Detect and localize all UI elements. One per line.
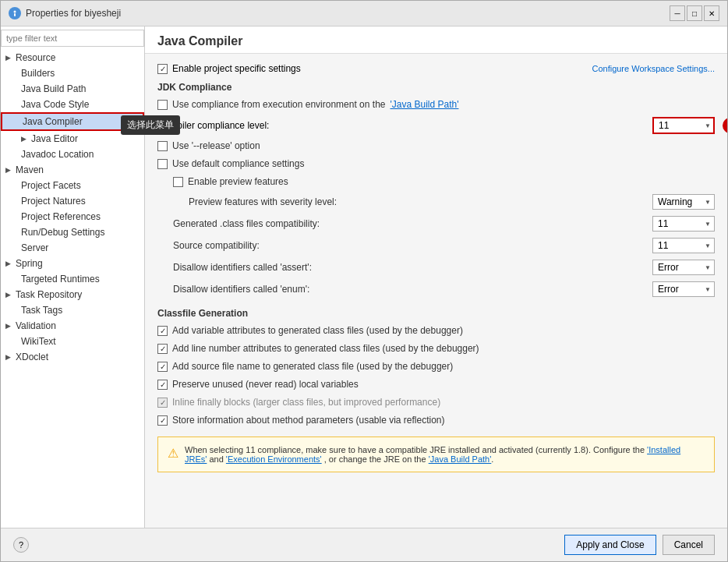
main-body: Enable project specific settings Configu…: [145, 54, 727, 528]
generated-class-select[interactable]: 1.31.41.51.6 1.71.8910 11: [652, 216, 715, 232]
disallow-assert-label: Disallow identifiers called 'assert':: [173, 262, 652, 273]
sidebar-label: Validation: [16, 320, 56, 331]
content-area: ▶ Resource Builders Java Build Path Java…: [1, 27, 727, 528]
sidebar-item-java-build-path[interactable]: Java Build Path: [1, 81, 144, 97]
generated-class-label: Generated .class files compatibility:: [173, 218, 652, 229]
sidebar-item-maven[interactable]: ▶ Maven: [1, 162, 144, 178]
classfile-item-1: Add line number attributes to generated …: [157, 341, 715, 355]
classfile-checkbox-5[interactable]: [157, 415, 168, 426]
svg-point-1: [14, 11, 16, 13]
sidebar-label: Task Tags: [21, 305, 62, 316]
enable-preview-checkbox[interactable]: [173, 177, 183, 187]
use-default-label[interactable]: Use default compliance settings: [157, 158, 715, 169]
properties-window: Properties for biyesheji ─ □ ✕ ▶ Resourc…: [0, 0, 728, 562]
sidebar-item-xdoclet[interactable]: ▶ XDoclet: [1, 349, 144, 365]
java-build-path-link[interactable]: 'Java Build Path': [390, 99, 458, 110]
sidebar-label: Task Repository: [16, 289, 82, 300]
use-release-row: Use '--release' option: [157, 139, 715, 153]
classfile-checkbox-2[interactable]: [157, 362, 168, 372]
classfile-item-2: Add source file name to generated class …: [157, 359, 715, 373]
badge-2: 2: [723, 118, 727, 133]
classfile-checkbox-3[interactable]: [157, 380, 168, 390]
minimize-button[interactable]: ─: [670, 5, 685, 21]
sidebar-item-wikitext[interactable]: WikiText: [1, 334, 144, 349]
source-compat-row: Source compatibility: 1.31.41.51.6 1.71.…: [173, 236, 715, 255]
sidebar-item-targeted[interactable]: Targeted Runtimes: [1, 271, 144, 287]
compliance-select[interactable]: 1.31.41.51.6 1.71.8910 11121314: [652, 117, 715, 134]
sidebar-label: XDoclet: [16, 352, 48, 362]
window-icon: [9, 7, 21, 19]
use-compliance-checkbox[interactable]: [157, 100, 168, 110]
sidebar-item-server[interactable]: Server: [1, 240, 144, 256]
enable-label[interactable]: Enable project specific settings: [157, 63, 301, 74]
classfile-section: Classfile Generation Add variable attrib…: [157, 308, 715, 427]
sidebar-item-task-tags[interactable]: Task Tags: [1, 302, 144, 318]
execution-environments-link[interactable]: 'Execution Environments': [226, 454, 322, 464]
classfile-checkbox-0[interactable]: [157, 326, 168, 336]
arrow-icon: ▶: [5, 166, 11, 174]
enable-preview-label[interactable]: Enable preview features: [173, 176, 715, 187]
java-build-path-warning-link[interactable]: 'Java Build Path': [429, 454, 492, 464]
sidebar-item-javadoc[interactable]: Javadoc Location: [1, 147, 144, 162]
preview-severity-wrapper: IgnoreInfoWarningError: [652, 194, 715, 210]
configure-workspace-link[interactable]: Configure Workspace Settings...: [592, 64, 715, 73]
close-button[interactable]: ✕: [704, 5, 719, 21]
sidebar-item-resource[interactable]: ▶ Resource: [1, 50, 144, 65]
main-header: Java Compiler: [145, 27, 727, 54]
sidebar-item-project-facets[interactable]: Project Facets: [1, 178, 144, 193]
use-default-row: Use default compliance settings: [157, 157, 715, 171]
sidebar-item-project-references[interactable]: Project References: [1, 209, 144, 224]
default-options-section: Enable preview features Preview features…: [157, 175, 715, 299]
disallow-assert-wrapper: IgnoreWarningError: [652, 260, 715, 275]
sidebar-label: Java Editor: [31, 133, 78, 144]
sidebar-label: Spring: [16, 258, 43, 269]
disallow-assert-select[interactable]: IgnoreWarningError: [652, 260, 715, 275]
source-compat-wrapper: 1.31.41.51.6 1.71.8910 11: [652, 238, 715, 253]
sidebar-item-spring[interactable]: ▶ Spring: [1, 256, 144, 271]
source-compat-label: Source compatibility:: [173, 240, 652, 251]
arrow-icon: ▶: [21, 135, 27, 143]
compiler-compliance-container: Compiler compliance level: 1.31.41.51.6 …: [157, 115, 715, 136]
sidebar-item-java-code-style[interactable]: Java Code Style: [1, 97, 144, 112]
enable-preview-text: Enable preview features: [188, 176, 288, 187]
sidebar-label: Project Facets: [21, 180, 81, 191]
sidebar-label: Java Compiler: [23, 116, 83, 127]
classfile-item-4: Inline finally blocks (larger class file…: [157, 395, 715, 409]
use-release-checkbox[interactable]: [157, 141, 168, 151]
window-title: Properties for biyesheji: [26, 8, 121, 19]
disallow-enum-label: Disallow identifiers called 'enum':: [173, 284, 652, 295]
cancel-button[interactable]: Cancel: [663, 535, 715, 555]
compiler-compliance-row: Compiler compliance level: 1.31.41.51.6 …: [157, 115, 715, 136]
use-default-checkbox[interactable]: [157, 159, 168, 169]
footer: ? Apply and Close Cancel: [1, 528, 727, 561]
warning-icon: ⚠: [168, 446, 178, 461]
preview-severity-select[interactable]: IgnoreInfoWarningError: [652, 194, 715, 210]
sidebar-item-project-natures[interactable]: Project Natures: [1, 193, 144, 209]
sidebar-label: Project Natures: [21, 196, 86, 207]
arrow-icon: ▶: [5, 54, 11, 62]
disallow-enum-select[interactable]: IgnoreWarningError: [652, 281, 715, 297]
jdk-title: JDK Compliance: [157, 82, 715, 93]
annotation-1-tooltip: 选择此菜单: [121, 115, 145, 135]
use-compliance-label[interactable]: Use compliance from execution environmen…: [157, 99, 715, 110]
help-button[interactable]: ?: [13, 537, 29, 553]
footer-left: ?: [13, 537, 29, 553]
disallow-enum-wrapper: IgnoreWarningError: [652, 281, 715, 297]
apply-close-button[interactable]: Apply and Close: [564, 535, 656, 555]
use-release-label[interactable]: Use '--release' option: [157, 140, 715, 151]
enable-checkbox[interactable]: [157, 64, 168, 74]
filter-input[interactable]: [1, 30, 144, 47]
main-panel: Java Compiler Enable project specific se…: [145, 27, 727, 528]
sidebar-item-validation[interactable]: ▶ Validation: [1, 318, 144, 334]
sidebar-item-task-repo[interactable]: ▶ Task Repository: [1, 287, 144, 302]
generated-class-wrapper: 1.31.41.51.6 1.71.8910 11: [652, 216, 715, 232]
svg-rect-2: [14, 13, 16, 16]
sidebar-item-run-debug[interactable]: Run/Debug Settings: [1, 224, 144, 240]
sidebar-label: Java Build Path: [21, 83, 86, 94]
classfile-checkbox-1[interactable]: [157, 344, 168, 354]
sidebar-label: Builders: [21, 68, 55, 79]
sidebar-item-builders[interactable]: Builders: [1, 65, 144, 81]
use-release-text: Use '--release' option: [172, 140, 260, 151]
maximize-button[interactable]: □: [687, 5, 702, 21]
source-compat-select[interactable]: 1.31.41.51.6 1.71.8910 11: [652, 238, 715, 253]
